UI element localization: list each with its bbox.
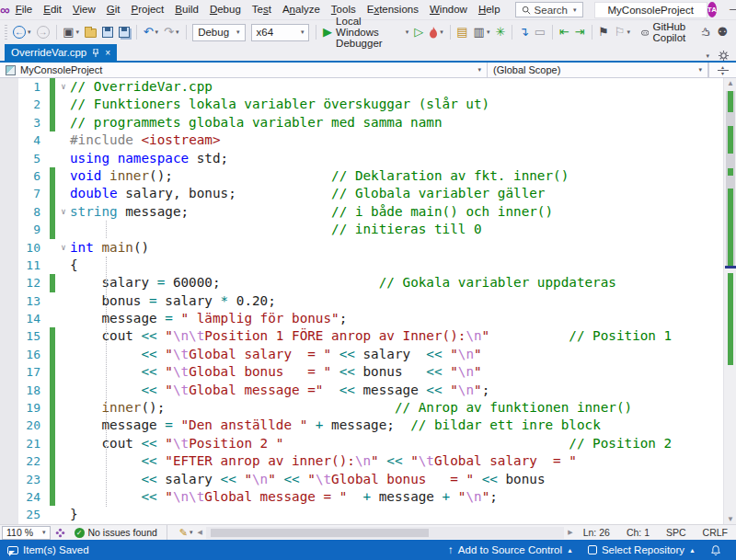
code-line-8[interactable]: 8∨string message; // i både main() och i… <box>0 203 723 221</box>
code-line-9[interactable]: 9 // initieras till 0 <box>0 221 723 238</box>
menu-file[interactable]: File <box>10 0 39 19</box>
navigate-forward-button[interactable]: → <box>34 22 52 42</box>
github-copilot-button[interactable]: GitHub Copilot <box>638 22 696 42</box>
menu-window[interactable]: Window <box>424 0 473 19</box>
vertical-scrollbar[interactable]: ▲ ▼ <box>723 78 736 524</box>
tab-overridevar-cpp[interactable]: OverrideVar.cpp × <box>5 44 117 61</box>
code-text[interactable]: << "\tGlobal salary = " << salary << "\n… <box>70 346 482 363</box>
menu-debug[interactable]: Debug <box>204 0 247 19</box>
code-text[interactable]: void inner(); // Deklaration av fkt. inn… <box>70 167 569 185</box>
code-text[interactable]: #include <iostream> <box>70 131 221 149</box>
code-line-24[interactable]: 24 << "\n\tGlobal message = " + message … <box>0 488 723 506</box>
code-line-14[interactable]: 14 message = " lämplig för bonus"; <box>0 310 723 327</box>
scroll-right-icon[interactable]: ▶ <box>566 529 574 536</box>
menu-view[interactable]: View <box>67 0 101 19</box>
code-text[interactable]: // OverrideVar.cpp <box>70 78 213 96</box>
code-line-5[interactable]: 5using namespace std; <box>0 150 723 167</box>
options-gear-icon[interactable] <box>719 51 729 61</box>
line-indicator[interactable]: Ln: 26 <box>575 527 618 538</box>
code-text[interactable]: inner(); // Anrop av funktionen inner() <box>70 399 632 417</box>
menu-test[interactable]: Test <box>247 0 277 19</box>
code-text[interactable]: double salary, bonus; // Globala variabl… <box>70 185 545 202</box>
code-line-15[interactable]: 15 cout << "\n\tPosition 1 FÖRE anrop av… <box>0 327 723 345</box>
navigate-backward-button[interactable]: ←▾ <box>10 22 34 42</box>
step-into-button[interactable]: ↴ <box>516 22 532 42</box>
code-text[interactable]: << "\tGlobal message =" << message << "\… <box>70 382 489 399</box>
select-repository-button[interactable]: Select Repository ▲ <box>581 540 703 560</box>
code-line-11[interactable]: 11{ <box>0 257 723 274</box>
comment-button[interactable]: ▭ <box>532 22 548 42</box>
send-feedback-button[interactable]: 🖒 <box>696 22 714 42</box>
minimize-button[interactable]: ─ <box>730 0 736 19</box>
code-text[interactable]: string message; // i både main() och inn… <box>70 203 553 221</box>
code-text[interactable]: salary = 60000; // Gokala variabler uppd… <box>70 274 616 291</box>
hot-reload-button[interactable]: ▾ <box>426 22 446 42</box>
format-document-button[interactable]: ✳ <box>492 22 508 42</box>
add-to-source-control-button[interactable]: ↑ Add to Source Control ▲ <box>441 540 581 560</box>
code-text[interactable]: { <box>70 257 78 274</box>
fold-arrow-icon[interactable]: ∨ <box>57 78 70 96</box>
menu-project[interactable]: Project <box>126 0 170 19</box>
menu-help[interactable]: Help <box>473 0 506 19</box>
code-text[interactable]: int main() <box>70 239 149 257</box>
code-text[interactable]: // programmets globala variabler med sam… <box>70 114 443 131</box>
code-text[interactable]: // initieras till 0 <box>70 221 482 238</box>
code-line-21[interactable]: 21 cout << "\tPosition 2 " // Position 2 <box>0 435 723 452</box>
code-text[interactable]: cout << "\tPosition 2 " // Position 2 <box>70 435 672 452</box>
code-line-4[interactable]: 4#include <iostream> <box>0 131 723 149</box>
indent-mode-indicator[interactable]: SPC <box>658 527 695 538</box>
code-line-13[interactable]: 13 bonus = salary * 0.20; <box>0 292 723 310</box>
toolbar-grip[interactable] <box>5 25 7 40</box>
code-line-12[interactable]: 12 salary = 60000; // Gokala variabler u… <box>0 274 723 291</box>
code-text[interactable]: cout << "\n\tPosition 1 FÖRE anrop av In… <box>70 327 672 345</box>
scroll-left-icon[interactable]: ◀ <box>196 529 204 536</box>
close-tab-icon[interactable]: × <box>105 48 110 58</box>
menu-build[interactable]: Build <box>169 0 204 19</box>
code-line-6[interactable]: 6void inner(); // Deklaration av fkt. in… <box>0 167 723 185</box>
add-item-button[interactable]: ▤ <box>454 22 470 42</box>
navigate-back-code-button[interactable]: ⇤ <box>557 22 572 42</box>
pin-icon[interactable] <box>92 49 99 57</box>
redo-button[interactable]: ↷▾ <box>161 22 181 42</box>
code-text[interactable]: message = "Den anställde " + message; //… <box>70 417 601 434</box>
code-text[interactable]: } <box>70 506 78 523</box>
account-avatar[interactable]: TA <box>707 2 717 17</box>
code-line-17[interactable]: 17 << "\tGlobal bonus = " << bonus << "\… <box>0 363 723 381</box>
code-line-20[interactable]: 20 message = "Den anställde " + message;… <box>0 417 723 434</box>
new-project-button[interactable]: ▣▾ <box>60 22 82 42</box>
navigate-forward-code-button[interactable]: ⇥ <box>572 22 588 42</box>
code-line-18[interactable]: 18 << "\tGlobal message =" << message <<… <box>0 382 723 399</box>
code-line-7[interactable]: 7double salary, bonus; // Globala variab… <box>0 185 723 202</box>
code-text[interactable]: message = " lämplig för bonus"; <box>70 310 347 327</box>
code-line-19[interactable]: 19 inner(); // Anrop av funktionen inner… <box>0 399 723 417</box>
code-line-10[interactable]: 10∨int main() <box>0 239 723 257</box>
code-line-22[interactable]: 22 << "EFTER anrop av inner():\n" << "\t… <box>0 452 723 470</box>
code-line-3[interactable]: 3// programmets globala variabler med sa… <box>0 114 723 131</box>
preview-window-button[interactable]: ▥▾ <box>471 22 493 42</box>
feedback-button[interactable]: Item(s) Saved <box>0 540 97 560</box>
hscrollbar-thumb[interactable] <box>211 529 429 537</box>
code-cleanup-button[interactable]: ✎▾ <box>177 522 196 543</box>
code-line-25[interactable]: 25} <box>0 506 723 523</box>
start-debugging-button[interactable]: ▶Local Windows Debugger▾ <box>320 22 411 42</box>
undo-button[interactable]: ↶▾ <box>141 22 161 42</box>
live-share-button[interactable]: ⚉ <box>714 22 730 42</box>
scope-dropdown[interactable]: (Global Scope) ▾ <box>488 63 708 77</box>
menu-edit[interactable]: Edit <box>38 0 67 19</box>
document-list-chevron-icon[interactable]: ▾ <box>706 52 709 60</box>
open-folder-button[interactable] <box>82 22 99 42</box>
solution-platform-dropdown[interactable]: x64▾ <box>251 24 310 41</box>
menu-git[interactable]: Git <box>101 0 126 19</box>
code-line-16[interactable]: 16 << "\tGlobal salary = " << salary << … <box>0 346 723 363</box>
code-line-2[interactable]: 2// Funktioners lokala variabler översku… <box>0 96 723 113</box>
column-indicator[interactable]: Ch: 1 <box>618 527 658 538</box>
code-text[interactable]: bonus = salary * 0.20; <box>70 292 276 310</box>
code-text[interactable]: << "EFTER anrop av inner():\n" << "\tGlo… <box>70 452 577 470</box>
notifications-button[interactable] <box>703 540 729 560</box>
solution-configuration-dropdown[interactable]: Debug▾ <box>192 24 245 41</box>
code-editor[interactable]: 1∨// OverrideVar.cpp2// Funktioners loka… <box>0 78 736 524</box>
fold-arrow-icon[interactable]: ∨ <box>57 239 70 257</box>
horizontal-scrollbar[interactable] <box>206 527 564 539</box>
fold-arrow-icon[interactable]: ∨ <box>57 203 70 221</box>
search-box[interactable]: Search ▾ <box>515 2 583 17</box>
